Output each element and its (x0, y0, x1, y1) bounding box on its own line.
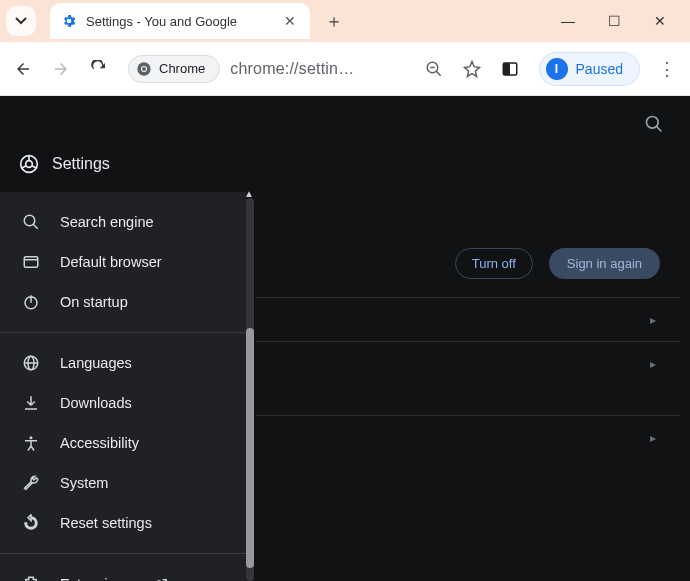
reload-icon (90, 60, 108, 78)
window-titlebar: Settings - You and Google ✕ ＋ — ☐ ✕ (0, 0, 690, 42)
svg-point-2 (142, 67, 146, 71)
settings-sidebar: Settings ▲ Search engine Default browser… (0, 192, 246, 581)
settings-title: Settings (52, 155, 110, 173)
globe-icon (22, 354, 42, 372)
minimize-button[interactable]: — (558, 13, 578, 29)
svg-line-13 (22, 166, 27, 169)
turn-off-button[interactable]: Turn off (455, 248, 533, 279)
tab-close-button[interactable]: ✕ (280, 13, 300, 29)
wrench-icon (22, 474, 42, 492)
svg-line-14 (32, 166, 37, 169)
sidebar-item-accessibility[interactable]: Accessibility (0, 423, 246, 463)
sync-action-row: Turn off Sign in again (256, 152, 680, 279)
search-icon (22, 213, 42, 231)
profile-button[interactable]: I Paused (539, 52, 640, 86)
chrome-icon (135, 60, 153, 78)
new-tab-button[interactable]: ＋ (320, 9, 348, 33)
back-button[interactable] (14, 60, 34, 78)
avatar: I (546, 58, 568, 80)
browser-tab[interactable]: Settings - You and Google ✕ (50, 3, 310, 39)
extension-icon (22, 575, 42, 581)
download-icon (22, 394, 42, 412)
settings-main-panel: Turn off Sign in again ▸ ▸ ▸ (256, 152, 680, 459)
svg-point-15 (24, 215, 35, 226)
sidebar-item-label: Extensions (60, 576, 131, 581)
tab-search-button[interactable] (6, 6, 36, 36)
window-controls: — ☐ ✕ (558, 13, 690, 29)
site-chip[interactable]: Chrome (128, 55, 220, 83)
sidebar-item-languages[interactable]: Languages (0, 343, 246, 383)
zoom-out-icon (425, 60, 443, 78)
svg-point-11 (26, 161, 33, 168)
arrow-left-icon (14, 60, 32, 78)
chevron-right-icon: ▸ (650, 431, 656, 445)
sidebar-item-default-browser[interactable]: Default browser (0, 242, 246, 282)
external-link-icon (155, 578, 168, 582)
settings-page: Turn off Sign in again ▸ ▸ ▸ Settings ▲ … (0, 96, 690, 581)
svg-point-8 (647, 117, 659, 129)
sidebar-item-extensions[interactable]: Extensions (0, 564, 246, 581)
sidebar-separator (0, 553, 246, 554)
sidebar-item-reset-settings[interactable]: Reset settings (0, 503, 246, 543)
profile-status-label: Paused (576, 61, 623, 77)
sidebar-item-label: Languages (60, 355, 132, 371)
svg-rect-7 (503, 63, 510, 75)
star-icon (463, 60, 481, 78)
sidebar-item-label: Reset settings (60, 515, 152, 531)
sidebar-separator (0, 332, 246, 333)
sidebar-item-label: Downloads (60, 395, 132, 411)
svg-line-9 (657, 127, 662, 132)
sidebar-item-downloads[interactable]: Downloads (0, 383, 246, 423)
sign-in-again-button[interactable]: Sign in again (549, 248, 660, 279)
arrow-right-icon (52, 60, 70, 78)
sidebar-item-label: System (60, 475, 108, 491)
site-chip-label: Chrome (159, 61, 205, 76)
scrollbar-thumb[interactable] (246, 328, 254, 568)
maximize-button[interactable]: ☐ (604, 13, 624, 29)
tab-title: Settings - You and Google (86, 14, 272, 29)
browser-toolbar: Chrome chrome://settin… I Paused ⋮ (0, 42, 690, 96)
settings-search-button[interactable] (644, 114, 664, 134)
sidebar-item-label: Accessibility (60, 435, 139, 451)
accessibility-icon (22, 434, 42, 452)
chrome-menu-button[interactable]: ⋮ (658, 58, 676, 80)
power-icon (22, 293, 42, 311)
side-panel-icon (501, 60, 519, 78)
sidebar-item-label: Search engine (60, 214, 154, 230)
settings-sidebar-header[interactable]: Settings (0, 136, 246, 192)
settings-row[interactable]: ▸ (256, 297, 680, 341)
close-window-button[interactable]: ✕ (650, 13, 670, 29)
search-icon (644, 114, 664, 134)
sidebar-item-label: Default browser (60, 254, 162, 270)
reset-icon (22, 514, 42, 532)
sidebar-item-on-startup[interactable]: On startup (0, 282, 246, 322)
settings-gear-icon (60, 12, 78, 30)
omnibox[interactable]: Chrome chrome://settin… (128, 55, 354, 83)
sidebar-item-system[interactable]: System (0, 463, 246, 503)
svg-rect-17 (24, 257, 38, 268)
chevron-right-icon: ▸ (650, 313, 656, 327)
reload-button[interactable] (90, 60, 110, 78)
chevron-right-icon: ▸ (650, 357, 656, 371)
svg-line-16 (33, 224, 38, 229)
svg-line-4 (436, 71, 441, 76)
zoom-button[interactable] (425, 60, 445, 78)
bookmark-button[interactable] (463, 60, 483, 78)
url-display: chrome://settin… (230, 60, 354, 78)
chevron-down-icon (15, 15, 27, 27)
settings-row[interactable]: ▸ (256, 415, 680, 459)
sidebar-scrollbar[interactable] (246, 198, 254, 581)
browser-icon (22, 253, 42, 271)
side-panel-button[interactable] (501, 60, 521, 78)
chrome-icon (18, 153, 40, 175)
forward-button[interactable] (52, 60, 72, 78)
sidebar-item-label: On startup (60, 294, 128, 310)
sidebar-item-search-engine[interactable]: Search engine (0, 202, 246, 242)
svg-point-24 (30, 436, 33, 439)
settings-row[interactable]: ▸ (256, 341, 680, 385)
